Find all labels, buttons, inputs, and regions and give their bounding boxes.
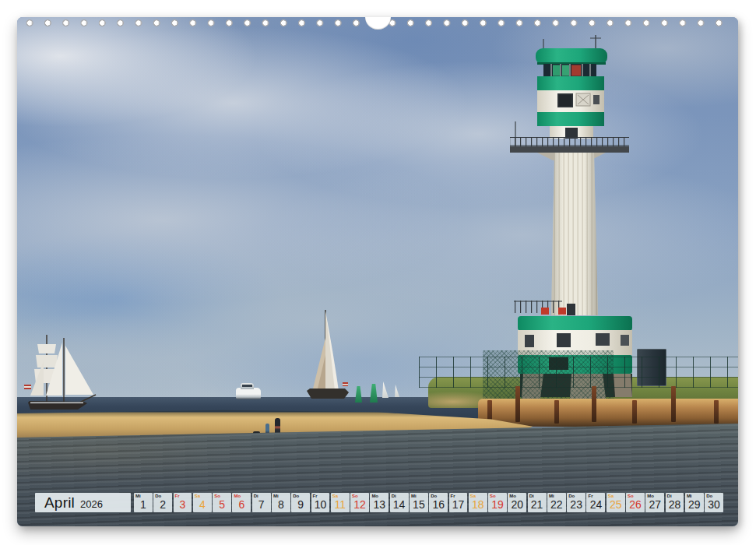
person	[275, 418, 280, 434]
calendar-day-cell: Di 7	[252, 493, 271, 512]
day-number: 1	[134, 499, 153, 511]
day-number: 28	[666, 499, 684, 511]
calendar-day-cell: Fr 17	[449, 493, 468, 512]
calendar-day-cell: So 5	[213, 493, 231, 512]
pier-post	[714, 400, 719, 424]
day-number: 10	[311, 499, 330, 511]
day-number: 13	[370, 499, 389, 511]
day-number: 21	[528, 499, 547, 511]
day-number: 23	[567, 499, 585, 511]
calendar-day-cell: Sa 11	[331, 493, 350, 512]
day-number: 29	[685, 499, 704, 511]
month-label-box: April 2026	[35, 493, 131, 512]
day-number: 9	[291, 499, 310, 511]
day-number: 11	[331, 499, 350, 511]
day-number: 14	[390, 499, 409, 511]
day-number: 2	[153, 499, 172, 511]
calendar-day-cell: So 26	[626, 493, 645, 512]
day-number: 18	[469, 499, 487, 511]
day-number: 17	[449, 499, 468, 511]
month-label: April	[44, 493, 75, 512]
calendar-day-cell: Sa 4	[193, 493, 212, 512]
calendar-day-cell: Fr 3	[174, 493, 192, 512]
day-number: 30	[705, 499, 723, 511]
pier-post	[515, 386, 520, 422]
pier-post	[554, 400, 559, 424]
calendar-day-cell: Di 21	[528, 493, 547, 512]
calendar-day-cell: Mi 15	[410, 493, 428, 512]
day-number: 22	[547, 499, 566, 511]
calendar-day-cell: Do 16	[429, 493, 448, 512]
day-number: 8	[272, 499, 290, 511]
calendar-day-cell: So 12	[350, 493, 369, 512]
year-label: 2026	[80, 498, 103, 510]
weekday-abbr: Di	[254, 494, 258, 498]
day-number: 6	[232, 499, 251, 511]
day-number: 4	[193, 499, 212, 511]
pier-post	[632, 400, 637, 424]
day-number: 3	[174, 499, 192, 511]
lighthouse	[491, 31, 654, 401]
calendar-day-cell: Mo 6	[232, 493, 251, 512]
sailboat	[304, 307, 352, 408]
calendar-day-cell: Di 14	[390, 493, 409, 512]
calendar-day-cell: Do 2	[153, 493, 172, 512]
day-number: 12	[350, 499, 369, 511]
day-number: 5	[213, 499, 231, 511]
calendar-day-cell: Mo 13	[370, 493, 389, 512]
pier-post	[592, 386, 596, 422]
calendar-day-cell: Mi 29	[685, 493, 704, 512]
day-number: 20	[508, 499, 526, 511]
day-number: 15	[410, 499, 428, 511]
calendar-day-cell: Mi 8	[272, 493, 290, 512]
day-number: 19	[488, 499, 507, 511]
calendar-day-cell: Di 28	[666, 493, 684, 512]
calendar-day-cell: Mi 1	[134, 493, 153, 512]
calendar-day-cell: Do 23	[567, 493, 585, 512]
calendar-day-cell: Sa 18	[469, 493, 487, 512]
calendar-day-cell: Fr 24	[586, 493, 605, 512]
calendar-day-cell: Do 9	[291, 493, 310, 512]
calendar-sheet: April 2026 Mi 1 Do 2 Fr 3 Sa 4 So 5 Mo 6	[17, 17, 738, 526]
pier-post	[671, 386, 676, 422]
day-number: 7	[252, 499, 271, 511]
motorboat	[236, 388, 261, 399]
day-number: 27	[645, 499, 664, 511]
day-number: 26	[626, 499, 645, 511]
day-number: 25	[607, 499, 625, 511]
calendar-day-cell: Mi 22	[547, 493, 566, 512]
day-number: 16	[429, 499, 448, 511]
perimeter-fence	[419, 357, 738, 388]
pier-wall	[478, 399, 738, 427]
calendar-day-strip: Mi 1 Do 2 Fr 3 Sa 4 So 5 Mo 6 Di 7 Mi	[134, 493, 723, 512]
calendar-day-cell: Fr 10	[311, 493, 330, 512]
weekday-abbr: Fr	[175, 494, 180, 498]
calendar-day-cell: So 19	[488, 493, 507, 512]
calendar-day-cell: Mo 20	[508, 493, 526, 512]
calendar-day-cell: Mo 27	[645, 493, 664, 512]
day-number: 24	[586, 499, 605, 511]
calendar-day-cell: Do 30	[705, 493, 723, 512]
calendar-day-cell: Sa 25	[607, 493, 625, 512]
tall-ship	[23, 327, 101, 413]
